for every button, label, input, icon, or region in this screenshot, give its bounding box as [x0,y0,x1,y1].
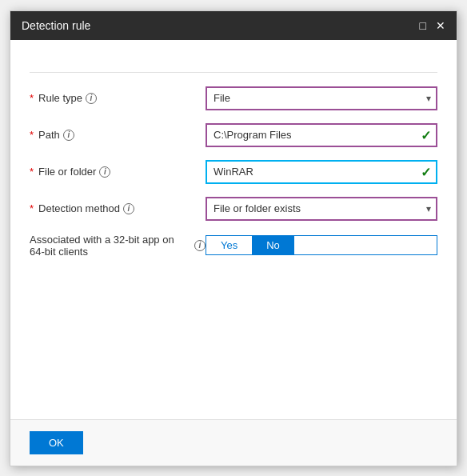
file-folder-label-text: File or folder [38,166,96,178]
rule-type-row: * Rule type i File Registry MSI Script ▾ [30,86,437,111]
required-star-path: * [30,129,34,141]
path-label: * Path i [30,129,206,141]
dialog-footer: OK [10,419,457,466]
file-folder-info-icon: i [99,166,110,178]
associated-32bit-info-icon: i [194,240,206,251]
detection-method-control-wrap: File or folder exists Date modified Date… [206,197,437,221]
rule-type-select[interactable]: File Registry MSI Script [206,86,437,110]
minimize-button[interactable]: □ [420,20,426,31]
yes-no-toggle-group: Yes No [206,235,437,255]
detection-rule-dialog: Detection rule □ ✕ * Rule type i File Re… [10,10,457,466]
file-folder-control-wrap: ✓ [206,160,437,184]
dialog-title: Detection rule [22,19,90,32]
rule-type-info-icon: i [86,93,97,104]
rule-type-control-wrap: File Registry MSI Script ▾ [206,86,437,110]
path-info-icon: i [63,130,74,141]
required-star-rule-type: * [30,92,34,104]
detection-method-info-icon: i [123,203,134,214]
detection-method-row: * Detection method i File or folder exis… [30,196,437,222]
file-folder-check-icon: ✓ [421,164,431,179]
required-star-detection-method: * [30,202,34,214]
rule-type-label-text: Rule type [38,92,82,104]
file-folder-row: * File or folder i ✓ [30,159,437,185]
path-label-text: Path [38,129,60,141]
dialog-body: * Rule type i File Registry MSI Script ▾ [10,40,457,419]
path-row: * Path i ✓ [30,122,437,148]
close-button[interactable]: ✕ [436,20,445,31]
associated-32bit-label: Associated with a 32-bit app on 64-bit c… [30,234,206,258]
detection-method-label: * Detection method i [30,202,206,214]
file-folder-label: * File or folder i [30,166,206,178]
path-control-wrap: ✓ [206,123,437,147]
associated-32bit-row: Associated with a 32-bit app on 64-bit c… [30,233,437,258]
form-section: * Rule type i File Registry MSI Script ▾ [30,72,437,258]
required-star-file-folder: * [30,166,34,178]
associated-32bit-label-text: Associated with a 32-bit app on 64-bit c… [30,234,191,258]
no-button[interactable]: No [252,236,294,254]
detection-method-select[interactable]: File or folder exists Date modified Date… [206,197,437,221]
detection-method-label-text: Detection method [38,202,120,214]
associated-32bit-control-wrap: Yes No [206,235,437,255]
path-input[interactable] [206,123,437,147]
ok-button[interactable]: OK [30,431,83,454]
file-folder-input[interactable] [206,160,437,184]
path-check-icon: ✓ [421,127,431,142]
rule-type-label: * Rule type i [30,92,206,104]
title-bar: Detection rule □ ✕ [10,11,457,40]
yes-button[interactable]: Yes [206,236,252,254]
title-bar-controls: □ ✕ [420,20,445,31]
